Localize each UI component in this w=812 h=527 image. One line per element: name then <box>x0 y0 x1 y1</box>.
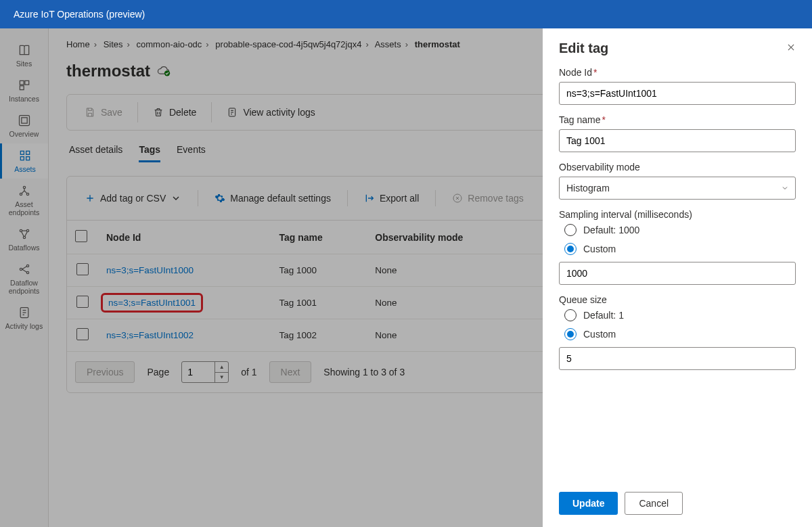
close-button[interactable] <box>786 43 796 55</box>
radio-label: Default: 1 <box>583 310 624 321</box>
update-button[interactable]: Update <box>559 492 618 515</box>
edit-tag-panel: Edit tag Node Id* Tag name* Observabilit… <box>543 28 812 527</box>
tag-name-label: Tag name* <box>559 114 796 125</box>
radio-icon <box>564 243 577 255</box>
radio-icon <box>564 328 577 340</box>
radio-label: Custom <box>583 329 616 340</box>
queue-custom-radio[interactable]: Custom <box>564 328 796 340</box>
close-icon <box>786 43 796 52</box>
obs-mode-label: Observability mode <box>559 162 796 173</box>
sampling-custom-radio[interactable]: Custom <box>564 243 796 255</box>
obs-mode-select[interactable]: Histogram <box>559 177 796 200</box>
node-id-label: Node Id* <box>559 67 796 78</box>
cancel-button[interactable]: Cancel <box>625 492 683 515</box>
sampling-default-radio[interactable]: Default: 1000 <box>564 224 796 236</box>
panel-title: Edit tag <box>559 41 608 56</box>
queue-input[interactable] <box>559 347 796 370</box>
radio-label: Custom <box>583 244 616 254</box>
queue-label: Queue size <box>559 294 796 305</box>
sampling-input[interactable] <box>559 262 796 285</box>
queue-default-radio[interactable]: Default: 1 <box>564 309 796 321</box>
tag-name-input[interactable] <box>559 129 796 152</box>
radio-icon <box>564 224 577 236</box>
node-id-input[interactable] <box>559 82 796 105</box>
product-title: Azure IoT Operations (preview) <box>14 9 145 20</box>
radio-icon <box>564 309 577 321</box>
radio-label: Default: 1000 <box>583 225 639 235</box>
top-bar: Azure IoT Operations (preview) <box>0 0 812 28</box>
sampling-label: Sampling interval (milliseconds) <box>559 209 796 220</box>
